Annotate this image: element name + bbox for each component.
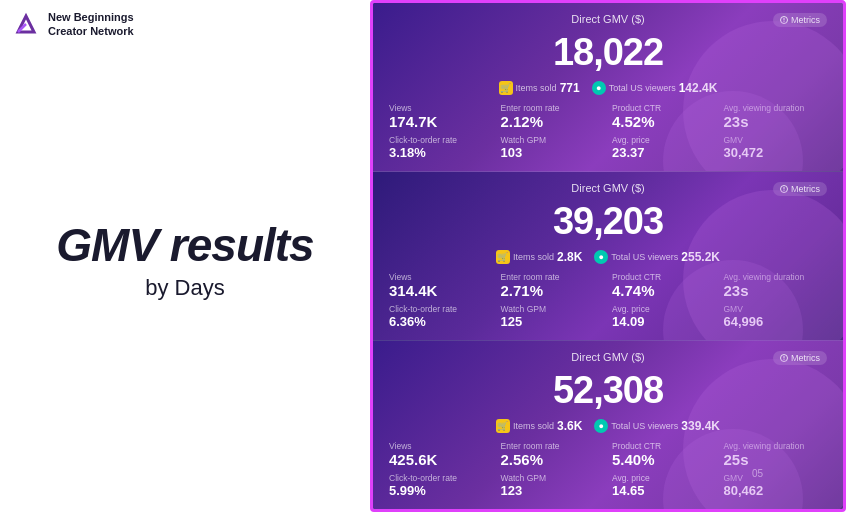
viewers-icon: ● xyxy=(592,81,606,95)
stat-label: Watch GPM xyxy=(501,135,605,145)
stat-value: 425.6K xyxy=(389,451,493,469)
card-header: Direct GMV ($) Metrics xyxy=(389,351,827,363)
stat-item: Enter room rate 2.71% xyxy=(501,272,605,300)
stat-item: Avg. price 23.37 xyxy=(612,135,716,161)
stat-label: GMV xyxy=(724,304,828,314)
page-subtitle: by Days xyxy=(145,275,224,301)
card-title: Direct GMV ($) xyxy=(571,13,644,25)
logo-icon xyxy=(12,10,40,38)
viewers-icon: ● xyxy=(594,419,608,433)
stat-item: Click-to-order rate 3.18% xyxy=(389,135,493,161)
stat-label: Avg. viewing duration xyxy=(724,441,828,451)
stat-value: 5.99% xyxy=(389,483,493,499)
stat-label: Avg. viewing duration xyxy=(724,272,828,282)
viewers-label: Total US viewers xyxy=(611,252,678,262)
stat-item: Views 314.4K xyxy=(389,272,493,300)
stat-item: Views 174.7K xyxy=(389,103,493,131)
stat-label: Views xyxy=(389,103,493,113)
stat-label: Avg. price xyxy=(612,473,716,483)
metrics-badge[interactable]: Metrics xyxy=(773,13,827,27)
stat-label: Click-to-order rate xyxy=(389,135,493,145)
stat-item: Click-to-order rate 6.36% xyxy=(389,304,493,330)
stat-item: Avg. viewing duration 23s xyxy=(724,272,828,300)
stat-value: 14.65 xyxy=(612,483,716,499)
stat-label: Enter room rate xyxy=(501,441,605,451)
card-gmv-value: 18,022 xyxy=(389,33,827,71)
stat-value: 5.40% xyxy=(612,451,716,469)
page-title: GMV results xyxy=(56,220,313,271)
card-gmv-value: 52,308 xyxy=(389,371,827,409)
stat-item: Avg. viewing duration 25s xyxy=(724,441,828,469)
stat-item: Watch GPM 123 xyxy=(501,473,605,499)
stat-value: 4.52% xyxy=(612,113,716,131)
stat-value: 2.12% xyxy=(501,113,605,131)
viewers-icon: ● xyxy=(594,250,608,264)
stat-value: 25s xyxy=(724,451,828,469)
left-panel: New Beginnings Creator Network GMV resul… xyxy=(0,0,370,512)
stat-item: Avg. viewing duration 23s xyxy=(724,103,828,131)
stat-label: GMV xyxy=(724,473,828,483)
left-content: GMV results by Days xyxy=(0,49,370,512)
items-sold-value: 2.8K xyxy=(557,250,582,264)
card-header: Direct GMV ($) Metrics xyxy=(389,13,827,25)
stat-value: 30,472 xyxy=(724,145,828,161)
items-sold-value: 771 xyxy=(560,81,580,95)
day-label: 05 xyxy=(752,468,763,479)
stat-value: 4.74% xyxy=(612,282,716,300)
svg-point-7 xyxy=(784,190,785,191)
stat-value: 23s xyxy=(724,282,828,300)
card-stats: Views 174.7K Enter room rate 2.12% Produ… xyxy=(389,103,827,161)
stat-item: Product CTR 4.74% xyxy=(612,272,716,300)
viewers-value: 142.4K xyxy=(679,81,718,95)
viewers-badge: ● Total US viewers 142.4K xyxy=(592,81,718,95)
stat-item: Avg. price 14.09 xyxy=(612,304,716,330)
card-title: Direct GMV ($) xyxy=(571,182,644,194)
stat-label: Click-to-order rate xyxy=(389,304,493,314)
stat-item: Product CTR 5.40% xyxy=(612,441,716,469)
stat-value: 23s xyxy=(724,113,828,131)
metrics-icon xyxy=(780,354,788,362)
card-header: Direct GMV ($) Metrics xyxy=(389,182,827,194)
stat-value: 174.7K xyxy=(389,113,493,131)
metrics-badge[interactable]: Metrics xyxy=(773,351,827,365)
stat-item: GMV 64,996 xyxy=(724,304,828,330)
items-sold-badge: 🛒 Items sold 2.8K xyxy=(496,250,582,264)
items-sold-icon: 🛒 xyxy=(496,419,510,433)
stat-label: Click-to-order rate xyxy=(389,473,493,483)
stat-value: 64,996 xyxy=(724,314,828,330)
stat-label: GMV xyxy=(724,135,828,145)
stat-item: Avg. price 14.65 xyxy=(612,473,716,499)
stat-value: 3.18% xyxy=(389,145,493,161)
stat-label: Product CTR xyxy=(612,103,716,113)
stat-value: 2.71% xyxy=(501,282,605,300)
card-gmv-value: 39,203 xyxy=(389,202,827,240)
stat-value: 123 xyxy=(501,483,605,499)
stat-value: 314.4K xyxy=(389,282,493,300)
stat-value: 14.09 xyxy=(612,314,716,330)
card-badges: 🛒 Items sold 3.6K ● Total US viewers 339… xyxy=(389,419,827,433)
items-sold-label: Items sold xyxy=(513,252,554,262)
stat-item: Watch GPM 103 xyxy=(501,135,605,161)
stat-label: Product CTR xyxy=(612,441,716,451)
viewers-badge: ● Total US viewers 255.2K xyxy=(594,250,720,264)
card-badges: 🛒 Items sold 2.8K ● Total US viewers 255… xyxy=(389,250,827,264)
stat-value: 125 xyxy=(501,314,605,330)
card-1: Direct GMV ($) Metrics 18,022 🛒 Items so… xyxy=(373,3,843,171)
items-sold-icon: 🛒 xyxy=(499,81,513,95)
stat-item: GMV 30,472 xyxy=(724,135,828,161)
card-stats: Views 314.4K Enter room rate 2.71% Produ… xyxy=(389,272,827,330)
viewers-badge: ● Total US viewers 339.4K xyxy=(594,419,720,433)
items-sold-label: Items sold xyxy=(513,421,554,431)
svg-point-4 xyxy=(784,21,785,22)
stat-item: Enter room rate 2.12% xyxy=(501,103,605,131)
stat-value: 2.56% xyxy=(501,451,605,469)
viewers-label: Total US viewers xyxy=(609,83,676,93)
stat-label: Enter room rate xyxy=(501,272,605,282)
logo-area: New Beginnings Creator Network xyxy=(0,0,370,49)
logo-text: New Beginnings Creator Network xyxy=(48,10,134,39)
right-panel: Direct GMV ($) Metrics 18,022 🛒 Items so… xyxy=(370,0,846,512)
metrics-badge[interactable]: Metrics xyxy=(773,182,827,196)
items-sold-label: Items sold xyxy=(516,83,557,93)
stat-value: 103 xyxy=(501,145,605,161)
stat-label: Avg. price xyxy=(612,304,716,314)
